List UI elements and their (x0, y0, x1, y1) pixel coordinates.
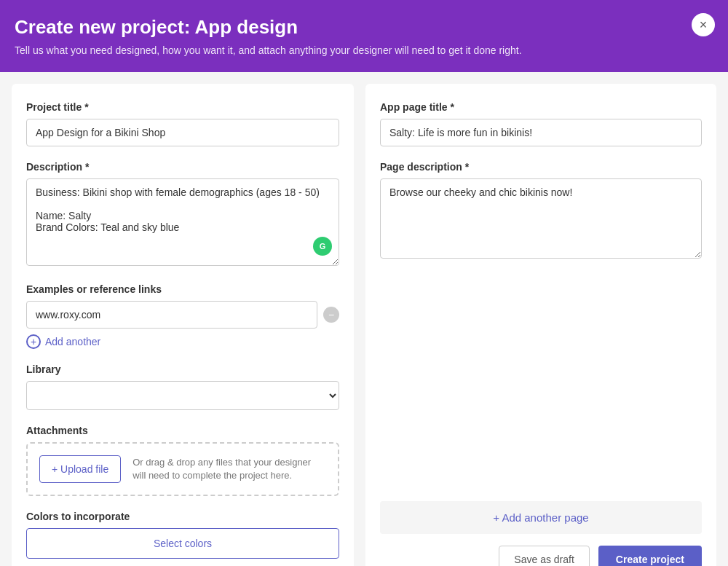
modal-body: Project title * Description * Business: … (0, 72, 728, 566)
modal-title: Create new project: App design (15, 16, 708, 39)
add-another-page-button[interactable]: + Add another page (380, 501, 702, 534)
right-panel: App page title * Page description * Brow… (365, 84, 716, 566)
create-project-button[interactable]: Create project (598, 546, 702, 566)
upload-button[interactable]: + Upload file (39, 455, 121, 483)
add-another-label: Add another (45, 336, 100, 347)
project-title-label: Project title * (26, 101, 339, 113)
modal-container: Create new project: App design Tell us w… (0, 0, 728, 566)
attachments-label: Attachments (26, 425, 339, 436)
colors-label: Colors to incorporate (26, 511, 339, 522)
reference-link-input[interactable] (26, 301, 317, 329)
library-group: Library (26, 363, 339, 410)
right-fields: App page title * Page description * Brow… (380, 101, 702, 490)
remove-icon: − (328, 309, 334, 321)
project-title-input[interactable] (26, 119, 339, 146)
reference-links-group: Examples or reference links − + Add anot… (26, 283, 339, 349)
app-page-title-group: App page title * (380, 101, 702, 146)
add-another-icon: + (26, 334, 41, 349)
attachments-group: Attachments + Upload file Or drag & drop… (26, 425, 339, 496)
action-row: Save as draft Create project (380, 546, 702, 566)
add-another-button[interactable]: + Add another (26, 334, 100, 349)
app-page-title-label: App page title * (380, 101, 702, 113)
page-description-textarea[interactable]: Browse our cheeky and chic bikinis now! (380, 178, 702, 259)
attachments-hint: Or drag & drop any files that your desig… (132, 456, 326, 482)
project-title-group: Project title * (26, 101, 339, 146)
left-panel: Project title * Description * Business: … (12, 84, 354, 566)
description-group: Description * Business: Bikini shop with… (26, 161, 339, 269)
colors-group: Colors to incorporate Select colors (26, 511, 339, 559)
save-draft-button[interactable]: Save as draft (499, 546, 590, 566)
description-avatar: G (313, 237, 332, 256)
library-select[interactable] (26, 381, 339, 410)
description-label: Description * (26, 161, 339, 173)
description-wrapper: Business: Bikini shop with female demogr… (26, 178, 339, 269)
page-description-group: Page description * Browse our cheeky and… (380, 161, 702, 262)
library-label: Library (26, 363, 339, 375)
close-button[interactable]: × (692, 13, 715, 36)
modal-subtitle: Tell us what you need designed, how you … (15, 44, 708, 56)
attachments-box: + Upload file Or drag & drop any files t… (26, 442, 339, 496)
modal-header: Create new project: App design Tell us w… (0, 0, 728, 72)
remove-link-button[interactable]: − (323, 307, 339, 323)
reference-links-label: Examples or reference links (26, 283, 339, 295)
select-colors-button[interactable]: Select colors (26, 528, 339, 559)
description-textarea[interactable]: Business: Bikini shop with female demogr… (26, 178, 339, 266)
app-page-title-input[interactable] (380, 119, 702, 146)
page-description-label: Page description * (380, 161, 702, 173)
reference-link-row: − (26, 301, 339, 329)
